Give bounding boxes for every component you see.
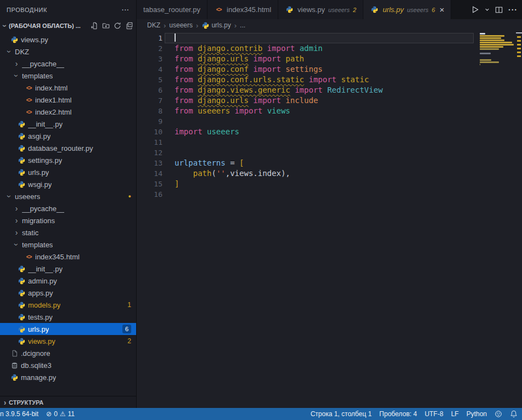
chevron-down-icon: ›: [1, 22, 9, 30]
new-file-icon[interactable]: [91, 22, 98, 30]
eol[interactable]: LF: [451, 410, 459, 418]
tree-file-asgi.py[interactable]: asgi.py: [0, 130, 136, 142]
code-editor[interactable]: 12from django.contrib import admin3from …: [137, 31, 522, 408]
workspace-section-header[interactable]: › (РАБОЧАЯ ОБЛАСТЬ) ...: [0, 19, 136, 32]
breadcrumb-item-...[interactable]: ...: [240, 21, 245, 29]
tree-file-database_roouter.py[interactable]: database_roouter.py: [0, 142, 136, 154]
tree-file-index345.html[interactable]: <>index345.html: [0, 251, 136, 263]
error-count: 0: [54, 410, 58, 418]
chevron-right-icon: ›: [196, 21, 198, 30]
file-name: __pycache__: [22, 60, 64, 68]
problems-badge: 2: [127, 337, 131, 345]
python-icon: [17, 338, 26, 345]
line-number: 2: [137, 43, 162, 54]
tree-file-index1.html[interactable]: <>index1.html: [0, 94, 136, 106]
panel-more-icon[interactable]: ···: [122, 7, 130, 13]
line-number: 11: [137, 137, 162, 147]
close-icon[interactable]: ×: [440, 5, 445, 14]
breadcrumb-item-DKZ[interactable]: DKZ: [147, 21, 160, 29]
problems-indicator[interactable]: ⊘ 0 ⚠ 11: [46, 410, 75, 418]
line-number: 16: [137, 189, 162, 200]
code-line-4: 4from django.conf import settings: [137, 64, 522, 75]
breadcrumb-item-urls.py[interactable]: urls.py: [201, 21, 231, 29]
tree-file-settings.py[interactable]: settings.py: [0, 154, 136, 166]
tree-file-index2.html[interactable]: <>index2.html: [0, 106, 136, 118]
tab-label: views.py: [298, 5, 325, 14]
tree-folder-DKZ[interactable]: ›DKZ: [0, 46, 136, 58]
tree-file-urls.py[interactable]: urls.py6: [0, 323, 136, 335]
python-icon: [17, 157, 26, 164]
tree-folder-useeers[interactable]: ›useeers●: [0, 190, 136, 202]
tree-file-wsgi.py[interactable]: wsgi.py: [0, 178, 136, 190]
tree-folder-migrations[interactable]: ›migrations: [0, 214, 136, 226]
split-editor-icon[interactable]: [495, 6, 503, 14]
file-name: asgi.py: [28, 132, 50, 140]
tree-file-models.py[interactable]: models.py1: [0, 299, 136, 311]
code-token: from: [175, 75, 198, 84]
file-name: models.py: [28, 301, 60, 309]
tab-index345.html[interactable]: <>index345.html: [207, 0, 278, 19]
tree-file-apps.py[interactable]: apps.py: [0, 287, 136, 299]
minimap[interactable]: [480, 33, 515, 67]
collapse-all-icon[interactable]: [125, 22, 133, 30]
tree-file-.dcignore[interactable]: .dcignore: [0, 347, 136, 359]
line-text: urlpatterns = [: [175, 158, 244, 168]
tree-file-index.html[interactable]: <>index.html: [0, 82, 136, 94]
run-icon[interactable]: [471, 5, 479, 14]
tree-file-db.sqlite3[interactable]: db.sqlite3: [0, 359, 136, 371]
python-icon: [201, 22, 209, 29]
file-name: templates: [22, 241, 53, 249]
new-folder-icon[interactable]: [102, 22, 110, 30]
tree-file-__init__.py[interactable]: __init__.py: [0, 118, 136, 130]
tab-tabase_roouter.py[interactable]: tabase_roouter.py: [137, 0, 207, 19]
more-actions-icon[interactable]: ···: [508, 5, 518, 14]
run-dropdown-icon[interactable]: [485, 7, 490, 12]
tab-views.py[interactable]: views.pyuseeers2: [278, 0, 363, 19]
tree-folder-__pycache__[interactable]: ›__pycache__: [0, 58, 136, 70]
file-name: urls.py: [28, 325, 49, 333]
code-token: ,: [226, 169, 230, 178]
code-token: useeers: [198, 106, 230, 115]
tree-file-manage.py[interactable]: manage.py: [0, 371, 136, 383]
file-name: static: [22, 229, 38, 237]
chevron-down-icon: ›: [13, 72, 20, 80]
indentation[interactable]: Пробелов: 4: [379, 410, 417, 418]
status-bar-right: Строка 1, столбец 1 Пробелов: 4 UTF-8 LF…: [311, 410, 518, 418]
tree-file-admin.py[interactable]: admin.py: [0, 275, 136, 287]
refresh-icon[interactable]: [114, 22, 121, 30]
file-name: index345.html: [35, 253, 80, 261]
tree-file-__init__.py[interactable]: __init__.py: [0, 263, 136, 275]
ruler-warning-mark: [517, 52, 521, 53]
code-line-9: 9: [137, 116, 522, 127]
breadcrumb-label: useeers: [169, 21, 193, 29]
outline-section-header[interactable]: › СТРУКТУРА: [0, 396, 136, 408]
python-icon: [17, 265, 26, 273]
code-token: from: [175, 65, 198, 73]
code-token: (: [211, 169, 216, 178]
tab-urls.py[interactable]: urls.pyuseeers6×: [363, 0, 451, 19]
tab-list: tabase_roouter.py<>index345.htmlviews.py…: [137, 0, 451, 19]
breadcrumb-item-useeers[interactable]: useeers: [169, 21, 193, 29]
bell-icon[interactable]: [510, 410, 518, 418]
file-name: .dcignore: [21, 349, 50, 357]
tree-file-views.py[interactable]: views.py2: [0, 335, 136, 347]
language-mode[interactable]: Python: [467, 410, 487, 418]
code-token: from: [175, 54, 198, 63]
tree-file-urls.py[interactable]: urls.py: [0, 166, 136, 178]
code-token: import: [308, 75, 336, 84]
encoding[interactable]: UTF-8: [425, 410, 444, 418]
tree-file-tests.py[interactable]: tests.py: [0, 311, 136, 323]
line-text: from django.views.generic import Redirec…: [175, 85, 383, 95]
code-line-15: 15]: [137, 179, 522, 189]
tree-file-views.py[interactable]: views.py: [0, 33, 136, 46]
python-interpreter[interactable]: n 3.9.5 64-bit: [0, 410, 38, 418]
problems-badge: 6: [122, 325, 131, 333]
tree-folder-templates[interactable]: ›templates: [0, 70, 136, 82]
feedback-icon[interactable]: [495, 410, 502, 418]
tree-folder-templates[interactable]: ›templates: [0, 239, 136, 251]
chevron-right-icon: ›: [13, 217, 20, 224]
tree-folder-__pycache__[interactable]: ›__pycache__: [0, 202, 136, 214]
tree-folder-static[interactable]: ›static: [0, 226, 136, 239]
code-token: path: [285, 54, 304, 63]
cursor-position[interactable]: Строка 1, столбец 1: [311, 410, 372, 418]
